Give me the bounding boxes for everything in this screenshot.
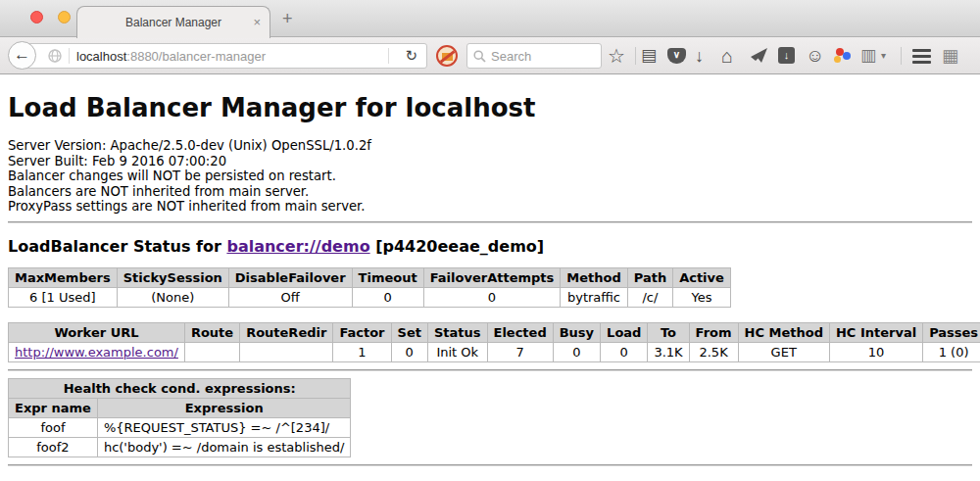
clipper-extension-icon[interactable]: ▥ (860, 44, 876, 68)
browser-tab[interactable]: Balancer Manager × (76, 6, 270, 38)
balancers-warning-line: Balancers are NOT inherited from main se… (8, 184, 972, 200)
globe-icon (48, 49, 62, 63)
home-icon[interactable]: ⌂ (721, 44, 733, 68)
send-page-icon[interactable] (751, 48, 768, 65)
divider (8, 369, 972, 371)
divider (8, 464, 972, 466)
toolbar-separator (901, 47, 902, 65)
url-domain: localhost (76, 49, 126, 64)
expression-row: foof2 hc('body') =~ /domain is establish… (9, 437, 351, 457)
table-header-row: Expr name Expression (9, 398, 351, 417)
smiley-extension-icon[interactable]: ☺ (806, 44, 824, 68)
table-header-row: Worker URL Route RouteRedir Factor Set S… (9, 322, 980, 342)
window-titlebar: Balancer Manager × + (0, 0, 980, 37)
window-close-button[interactable] (30, 11, 43, 24)
balancer-demo-link[interactable]: balancer://demo (226, 237, 369, 256)
download-manager-icon[interactable]: ↓ (778, 47, 795, 64)
loadbalancer-status-heading: LoadBalancer Status for balancer://demo … (8, 237, 972, 256)
divider (8, 221, 972, 223)
pocket-icon[interactable]: ∨ (667, 48, 686, 64)
health-check-expressions-table: Health check cond. expressions: Expr nam… (8, 378, 351, 457)
extension-dropdown-caret-icon[interactable]: ▾ (881, 44, 886, 68)
reload-button[interactable]: ↻ (396, 47, 426, 65)
downloads-icon[interactable]: ↓ (695, 44, 704, 68)
tab-close-icon[interactable]: × (253, 15, 261, 29)
server-version-line: Server Version: Apache/2.5.0-dev (Unix) … (8, 138, 972, 154)
balancer-settings-table: MaxMembers StickySession DisableFailover… (8, 267, 731, 308)
url-path: :8880/balancer-manager (126, 49, 266, 64)
search-input[interactable] (491, 49, 595, 64)
tab-title: Balancer Manager (125, 16, 221, 29)
worker-row: http://www.example.com/ 1 0 Init Ok 7 0 … (9, 342, 980, 361)
window-minimize-button[interactable] (58, 11, 71, 24)
page-title: Load Balancer Manager for localhost (8, 93, 972, 122)
search-bar[interactable] (466, 43, 602, 69)
bookmark-star-icon[interactable]: ☆ (608, 44, 625, 68)
navigation-toolbar: ← localhost:8880/balancer-manager ↻ ☆ ▤ … (0, 37, 980, 74)
menu-hamburger-icon[interactable] (912, 49, 931, 67)
urlbar-separator (388, 48, 389, 64)
reading-list-icon[interactable]: ▤ (641, 44, 657, 68)
table-header-row: MaxMembers StickySession DisableFailover… (9, 267, 731, 287)
expression-row: foof %{REQUEST_STATUS} =~ /^[234]/ (9, 417, 351, 437)
worker-status-table: Worker URL Route RouteRedir Factor Set S… (8, 322, 980, 362)
multicolor-dots-extension-icon[interactable] (834, 48, 852, 64)
urlbar-separator (69, 48, 70, 64)
back-button[interactable]: ← (8, 41, 36, 70)
worker-url-link[interactable]: http://www.example.com/ (15, 345, 178, 360)
server-built-line: Server Built: Feb 9 2016 07:00:20 (8, 154, 972, 169)
page-content: Load Balancer Manager for localhost Serv… (0, 93, 980, 466)
toolbar-separator (635, 47, 636, 65)
search-icon (473, 50, 486, 63)
proxypass-warning-line: ProxyPass settings are NOT inherited fro… (8, 199, 972, 215)
table-row: 6 [1 Used] (None) Off 0 0 bytraffic /c/ … (9, 287, 731, 307)
table-title-row: Health check cond. expressions: (9, 378, 351, 398)
server-info: Server Version: Apache/2.5.0-dev (Unix) … (8, 138, 972, 215)
persist-warning-line: Balancer changes will NOT be persisted o… (8, 168, 972, 184)
new-tab-button[interactable]: + (282, 9, 293, 29)
tab-groups-icon[interactable]: ▦ (942, 44, 958, 68)
image-blocker-icon[interactable] (436, 45, 458, 67)
url-bar[interactable]: localhost:8880/balancer-manager ↻ (22, 43, 427, 69)
url-text[interactable]: localhost:8880/balancer-manager (76, 49, 266, 64)
